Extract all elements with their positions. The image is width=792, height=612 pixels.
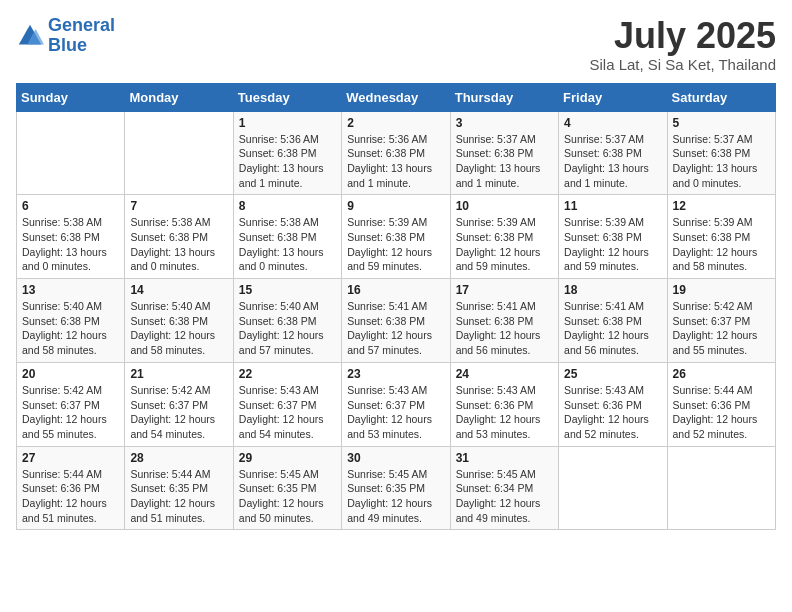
col-header-sunday: Sunday <box>17 83 125 111</box>
calendar-cell: 26Sunrise: 5:44 AM Sunset: 6:36 PM Dayli… <box>667 362 775 446</box>
calendar-cell: 28Sunrise: 5:44 AM Sunset: 6:35 PM Dayli… <box>125 446 233 530</box>
day-number: 26 <box>673 367 770 381</box>
calendar-cell: 31Sunrise: 5:45 AM Sunset: 6:34 PM Dayli… <box>450 446 558 530</box>
logo-line1: General <box>48 15 115 35</box>
calendar-cell: 13Sunrise: 5:40 AM Sunset: 6:38 PM Dayli… <box>17 279 125 363</box>
calendar-cell <box>125 111 233 195</box>
day-number: 4 <box>564 116 661 130</box>
day-number: 31 <box>456 451 553 465</box>
calendar-cell: 25Sunrise: 5:43 AM Sunset: 6:36 PM Dayli… <box>559 362 667 446</box>
day-info: Sunrise: 5:44 AM Sunset: 6:36 PM Dayligh… <box>22 467 119 526</box>
calendar-cell: 16Sunrise: 5:41 AM Sunset: 6:38 PM Dayli… <box>342 279 450 363</box>
logo-line2: Blue <box>48 35 87 55</box>
calendar-cell: 12Sunrise: 5:39 AM Sunset: 6:38 PM Dayli… <box>667 195 775 279</box>
day-info: Sunrise: 5:44 AM Sunset: 6:35 PM Dayligh… <box>130 467 227 526</box>
logo-text: General Blue <box>48 16 115 56</box>
calendar-cell: 2Sunrise: 5:36 AM Sunset: 6:38 PM Daylig… <box>342 111 450 195</box>
calendar-cell: 17Sunrise: 5:41 AM Sunset: 6:38 PM Dayli… <box>450 279 558 363</box>
col-header-saturday: Saturday <box>667 83 775 111</box>
calendar-cell: 8Sunrise: 5:38 AM Sunset: 6:38 PM Daylig… <box>233 195 341 279</box>
day-info: Sunrise: 5:36 AM Sunset: 6:38 PM Dayligh… <box>347 132 444 191</box>
calendar-cell: 14Sunrise: 5:40 AM Sunset: 6:38 PM Dayli… <box>125 279 233 363</box>
calendar-cell: 15Sunrise: 5:40 AM Sunset: 6:38 PM Dayli… <box>233 279 341 363</box>
day-info: Sunrise: 5:39 AM Sunset: 6:38 PM Dayligh… <box>456 215 553 274</box>
day-info: Sunrise: 5:37 AM Sunset: 6:38 PM Dayligh… <box>673 132 770 191</box>
calendar-cell: 20Sunrise: 5:42 AM Sunset: 6:37 PM Dayli… <box>17 362 125 446</box>
day-info: Sunrise: 5:41 AM Sunset: 6:38 PM Dayligh… <box>347 299 444 358</box>
col-header-friday: Friday <box>559 83 667 111</box>
col-header-tuesday: Tuesday <box>233 83 341 111</box>
day-info: Sunrise: 5:43 AM Sunset: 6:37 PM Dayligh… <box>239 383 336 442</box>
day-number: 16 <box>347 283 444 297</box>
day-number: 20 <box>22 367 119 381</box>
calendar-cell: 30Sunrise: 5:45 AM Sunset: 6:35 PM Dayli… <box>342 446 450 530</box>
day-number: 17 <box>456 283 553 297</box>
calendar-cell: 4Sunrise: 5:37 AM Sunset: 6:38 PM Daylig… <box>559 111 667 195</box>
day-info: Sunrise: 5:45 AM Sunset: 6:34 PM Dayligh… <box>456 467 553 526</box>
day-number: 10 <box>456 199 553 213</box>
calendar-cell: 19Sunrise: 5:42 AM Sunset: 6:37 PM Dayli… <box>667 279 775 363</box>
day-number: 13 <box>22 283 119 297</box>
day-number: 1 <box>239 116 336 130</box>
calendar-cell: 3Sunrise: 5:37 AM Sunset: 6:38 PM Daylig… <box>450 111 558 195</box>
day-info: Sunrise: 5:45 AM Sunset: 6:35 PM Dayligh… <box>347 467 444 526</box>
day-number: 3 <box>456 116 553 130</box>
day-info: Sunrise: 5:39 AM Sunset: 6:38 PM Dayligh… <box>673 215 770 274</box>
day-info: Sunrise: 5:40 AM Sunset: 6:38 PM Dayligh… <box>130 299 227 358</box>
day-number: 21 <box>130 367 227 381</box>
day-number: 9 <box>347 199 444 213</box>
calendar-cell: 18Sunrise: 5:41 AM Sunset: 6:38 PM Dayli… <box>559 279 667 363</box>
calendar-cell: 7Sunrise: 5:38 AM Sunset: 6:38 PM Daylig… <box>125 195 233 279</box>
day-number: 25 <box>564 367 661 381</box>
calendar-week-row: 20Sunrise: 5:42 AM Sunset: 6:37 PM Dayli… <box>17 362 776 446</box>
day-number: 18 <box>564 283 661 297</box>
day-number: 12 <box>673 199 770 213</box>
day-info: Sunrise: 5:43 AM Sunset: 6:36 PM Dayligh… <box>564 383 661 442</box>
calendar-cell: 21Sunrise: 5:42 AM Sunset: 6:37 PM Dayli… <box>125 362 233 446</box>
day-info: Sunrise: 5:42 AM Sunset: 6:37 PM Dayligh… <box>130 383 227 442</box>
day-number: 2 <box>347 116 444 130</box>
day-number: 29 <box>239 451 336 465</box>
day-number: 14 <box>130 283 227 297</box>
day-number: 28 <box>130 451 227 465</box>
day-number: 8 <box>239 199 336 213</box>
calendar-cell: 27Sunrise: 5:44 AM Sunset: 6:36 PM Dayli… <box>17 446 125 530</box>
calendar-week-row: 13Sunrise: 5:40 AM Sunset: 6:38 PM Dayli… <box>17 279 776 363</box>
calendar-cell: 1Sunrise: 5:36 AM Sunset: 6:38 PM Daylig… <box>233 111 341 195</box>
day-info: Sunrise: 5:37 AM Sunset: 6:38 PM Dayligh… <box>564 132 661 191</box>
day-number: 27 <box>22 451 119 465</box>
calendar-cell: 6Sunrise: 5:38 AM Sunset: 6:38 PM Daylig… <box>17 195 125 279</box>
day-info: Sunrise: 5:40 AM Sunset: 6:38 PM Dayligh… <box>239 299 336 358</box>
calendar-cell: 22Sunrise: 5:43 AM Sunset: 6:37 PM Dayli… <box>233 362 341 446</box>
day-info: Sunrise: 5:42 AM Sunset: 6:37 PM Dayligh… <box>22 383 119 442</box>
day-info: Sunrise: 5:38 AM Sunset: 6:38 PM Dayligh… <box>22 215 119 274</box>
day-info: Sunrise: 5:45 AM Sunset: 6:35 PM Dayligh… <box>239 467 336 526</box>
page-header: General Blue July 2025 Sila Lat, Si Sa K… <box>16 16 776 73</box>
day-number: 23 <box>347 367 444 381</box>
logo-icon <box>16 22 44 50</box>
calendar-week-row: 6Sunrise: 5:38 AM Sunset: 6:38 PM Daylig… <box>17 195 776 279</box>
calendar-title: July 2025 <box>589 16 776 56</box>
title-block: July 2025 Sila Lat, Si Sa Ket, Thailand <box>589 16 776 73</box>
calendar-week-row: 27Sunrise: 5:44 AM Sunset: 6:36 PM Dayli… <box>17 446 776 530</box>
day-info: Sunrise: 5:39 AM Sunset: 6:38 PM Dayligh… <box>564 215 661 274</box>
calendar-cell: 9Sunrise: 5:39 AM Sunset: 6:38 PM Daylig… <box>342 195 450 279</box>
calendar-cell <box>667 446 775 530</box>
day-number: 5 <box>673 116 770 130</box>
day-number: 19 <box>673 283 770 297</box>
day-number: 30 <box>347 451 444 465</box>
calendar-cell: 23Sunrise: 5:43 AM Sunset: 6:37 PM Dayli… <box>342 362 450 446</box>
day-info: Sunrise: 5:40 AM Sunset: 6:38 PM Dayligh… <box>22 299 119 358</box>
day-info: Sunrise: 5:39 AM Sunset: 6:38 PM Dayligh… <box>347 215 444 274</box>
day-info: Sunrise: 5:38 AM Sunset: 6:38 PM Dayligh… <box>130 215 227 274</box>
day-number: 11 <box>564 199 661 213</box>
day-number: 22 <box>239 367 336 381</box>
day-info: Sunrise: 5:43 AM Sunset: 6:36 PM Dayligh… <box>456 383 553 442</box>
day-info: Sunrise: 5:41 AM Sunset: 6:38 PM Dayligh… <box>564 299 661 358</box>
day-info: Sunrise: 5:44 AM Sunset: 6:36 PM Dayligh… <box>673 383 770 442</box>
logo: General Blue <box>16 16 115 56</box>
day-info: Sunrise: 5:36 AM Sunset: 6:38 PM Dayligh… <box>239 132 336 191</box>
calendar-cell <box>17 111 125 195</box>
day-info: Sunrise: 5:43 AM Sunset: 6:37 PM Dayligh… <box>347 383 444 442</box>
calendar-cell: 11Sunrise: 5:39 AM Sunset: 6:38 PM Dayli… <box>559 195 667 279</box>
